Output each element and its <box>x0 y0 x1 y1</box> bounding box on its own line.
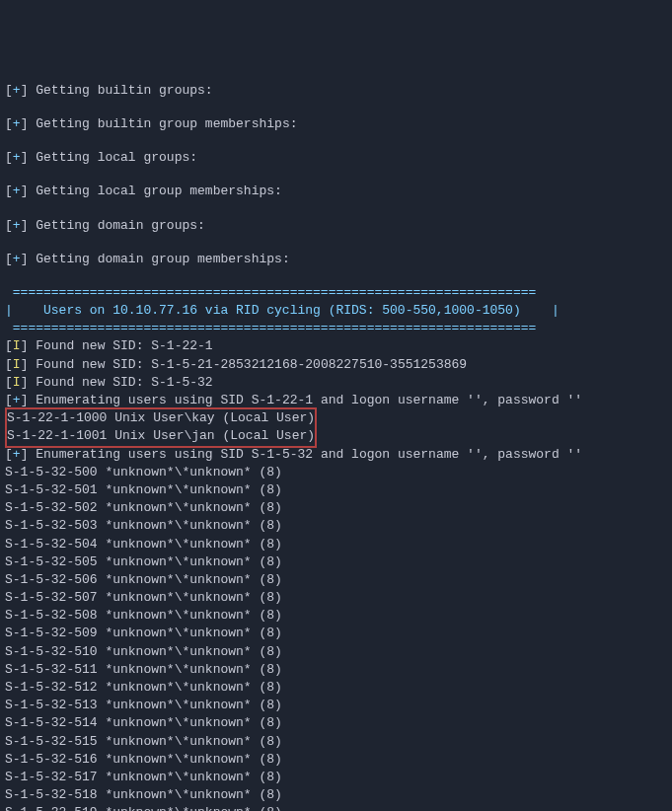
unknown-sid-line: S-1-5-32-503 *unknown*\*unknown* (8) <box>5 517 667 535</box>
unknown-sid-line: S-1-5-32-502 *unknown*\*unknown* (8) <box>5 499 667 517</box>
unknown-sid-line: S-1-5-32-516 *unknown*\*unknown* (8) <box>5 751 667 769</box>
unknown-sid-line: S-1-5-32-509 *unknown*\*unknown* (8) <box>5 625 667 642</box>
info-line: [I] Found new SID: S-1-22-1 <box>5 337 667 355</box>
unknown-sid-line: S-1-5-32-501 *unknown*\*unknown* (8) <box>5 481 667 499</box>
info-line: [I] Found new SID: S-1-5-21-2853212168-2… <box>5 356 667 374</box>
enum-text: Enumerating users using SID S-1-5-32 and… <box>36 447 582 462</box>
section-divider-top: ========================================… <box>5 284 667 302</box>
unknown-sid-line: S-1-5-32-511 *unknown*\*unknown* (8) <box>5 661 667 679</box>
status-line: [+] Getting domain groups: <box>5 217 667 235</box>
status-text: Getting local groups: <box>36 150 197 165</box>
status-line: [+] Getting local groups: <box>5 149 667 167</box>
unknown-sid-line: S-1-5-32-513 *unknown*\*unknown* (8) <box>5 697 667 714</box>
status-text: Getting builtin groups: <box>36 83 212 98</box>
highlighted-users-box: S-1-22-1-1000 Unix User\kay (Local User)… <box>5 407 317 447</box>
unknown-sid-line: S-1-5-32-517 *unknown*\*unknown* (8) <box>5 769 667 786</box>
status-text: Getting domain groups: <box>36 218 205 233</box>
section-divider-bottom: ========================================… <box>5 320 667 337</box>
found-user: S-1-22-1-1000 Unix User\kay (Local User) <box>7 409 315 427</box>
status-text: Getting domain group memberships: <box>36 252 289 266</box>
info-line: [I] Found new SID: S-1-5-32 <box>5 374 667 392</box>
status-line: [+] Getting domain group memberships: <box>5 251 667 268</box>
enum-text: Enumerating users using SID S-1-22-1 and… <box>36 393 582 407</box>
unknown-sid-line: S-1-5-32-519 *unknown*\*unknown* (8) <box>5 804 667 811</box>
unknown-sid-line: S-1-5-32-507 *unknown*\*unknown* (8) <box>5 589 667 607</box>
status-line: [+] Getting builtin groups: <box>5 82 667 100</box>
status-line: [+] Getting local group memberships: <box>5 183 667 200</box>
sid-text: Found new SID: S-1-5-32 <box>36 375 212 390</box>
unknown-sid-line: S-1-5-32-505 *unknown*\*unknown* (8) <box>5 553 667 571</box>
unknown-sid-line: S-1-5-32-500 *unknown*\*unknown* (8) <box>5 464 667 481</box>
sid-text: Found new SID: S-1-22-1 <box>36 338 212 353</box>
section-header: | Users on 10.10.77.16 via RID cycling (… <box>5 302 667 320</box>
unknown-sid-line: S-1-5-32-510 *unknown*\*unknown* (8) <box>5 643 667 661</box>
terminal-output: [+] Getting builtin groups:[+] Getting b… <box>5 82 667 811</box>
found-user: S-1-22-1-1001 Unix User\jan (Local User) <box>7 427 315 445</box>
unknown-sid-line: S-1-5-32-518 *unknown*\*unknown* (8) <box>5 786 667 804</box>
status-line: [+] Getting builtin group memberships: <box>5 115 667 133</box>
sid-text: Found new SID: S-1-5-21-2853212168-20082… <box>36 357 467 372</box>
unknown-sid-line: S-1-5-32-515 *unknown*\*unknown* (8) <box>5 733 667 751</box>
unknown-sid-line: S-1-5-32-504 *unknown*\*unknown* (8) <box>5 536 667 553</box>
unknown-sid-line: S-1-5-32-508 *unknown*\*unknown* (8) <box>5 607 667 625</box>
unknown-sid-line: S-1-5-32-512 *unknown*\*unknown* (8) <box>5 679 667 697</box>
enum-line: [+] Enumerating users using SID S-1-5-32… <box>5 446 667 464</box>
unknown-sid-line: S-1-5-32-506 *unknown*\*unknown* (8) <box>5 571 667 589</box>
status-text: Getting builtin group memberships: <box>36 116 297 131</box>
status-text: Getting local group memberships: <box>36 184 282 198</box>
unknown-sid-line: S-1-5-32-514 *unknown*\*unknown* (8) <box>5 714 667 732</box>
